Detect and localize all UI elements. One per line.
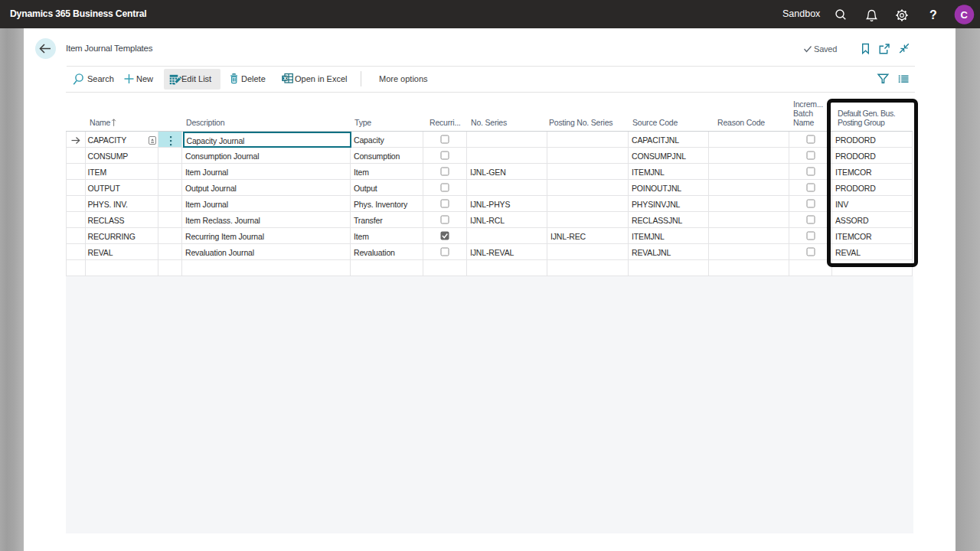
svg-text:?: ?	[929, 8, 937, 21]
svg-text:C: C	[961, 9, 969, 21]
